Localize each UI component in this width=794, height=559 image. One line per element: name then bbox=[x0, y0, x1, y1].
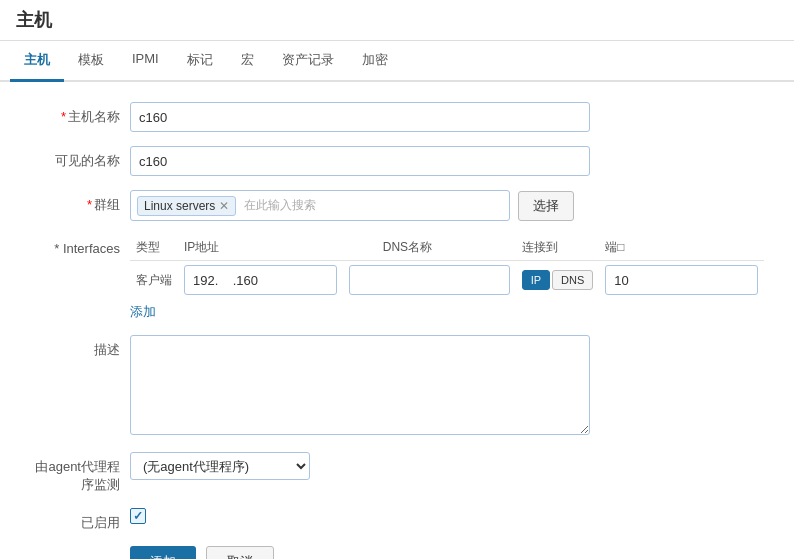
description-textarea[interactable] bbox=[130, 335, 590, 435]
main-content: *主机名称 可见的名称 *群组 Linux servers ✕ bbox=[0, 82, 794, 559]
enabled-field-wrap: ✓ bbox=[130, 508, 590, 524]
iface-connect-group: IP DNS bbox=[522, 270, 594, 290]
checkbox-check-icon: ✓ bbox=[133, 509, 143, 523]
agent-select[interactable]: (无agent代理程序) Zabbix agent Zabbix agent (… bbox=[130, 452, 310, 480]
cancel-button[interactable]: 取消 bbox=[206, 546, 274, 559]
group-search-hint: 在此输入搜索 bbox=[240, 195, 320, 216]
page-title: 主机 bbox=[0, 0, 794, 41]
iface-port-input[interactable] bbox=[605, 265, 758, 295]
enabled-checkbox-row: ✓ bbox=[130, 508, 590, 524]
iface-connect-cell: IP DNS bbox=[516, 261, 600, 300]
btn-dns[interactable]: DNS bbox=[552, 270, 593, 290]
description-row: 描述 bbox=[30, 335, 764, 438]
hostname-field-wrap bbox=[130, 102, 590, 132]
agent-label: 由agent代理程序监测 bbox=[30, 452, 130, 494]
hostname-input[interactable] bbox=[130, 102, 590, 132]
agent-row: 由agent代理程序监测 (无agent代理程序) Zabbix agent Z… bbox=[30, 452, 764, 494]
interfaces-table: 类型 IP地址 DNS名称 连接到 端□ 客户端 bbox=[130, 235, 764, 299]
tab-host[interactable]: 主机 bbox=[10, 41, 64, 82]
group-field-wrap: Linux servers ✕ 在此输入搜索 选择 bbox=[130, 190, 590, 221]
iface-ip-cell bbox=[178, 261, 343, 300]
group-tags-box[interactable]: Linux servers ✕ 在此输入搜索 bbox=[130, 190, 510, 221]
hostname-label: *主机名称 bbox=[30, 102, 130, 126]
tab-template[interactable]: 模板 bbox=[64, 41, 118, 82]
col-dns: DNS名称 bbox=[343, 235, 516, 261]
visible-name-row: 可见的名称 bbox=[30, 146, 764, 176]
visible-name-field-wrap bbox=[130, 146, 590, 176]
tag-close-icon[interactable]: ✕ bbox=[219, 200, 229, 212]
col-connect: 连接到 bbox=[516, 235, 600, 261]
tab-asset[interactable]: 资产记录 bbox=[268, 41, 348, 82]
group-row: *群组 Linux servers ✕ 在此输入搜索 选择 bbox=[30, 190, 764, 221]
enabled-label: 已启用 bbox=[30, 508, 130, 532]
btn-ip[interactable]: IP bbox=[522, 270, 550, 290]
visible-name-label: 可见的名称 bbox=[30, 146, 130, 170]
enabled-checkbox[interactable]: ✓ bbox=[130, 508, 146, 524]
action-row: 添加 取消 bbox=[130, 546, 764, 559]
description-label: 描述 bbox=[30, 335, 130, 359]
tab-bar: 主机 模板 IPMI 标记 宏 资产记录 加密 bbox=[0, 41, 794, 82]
group-label: *群组 bbox=[30, 190, 130, 214]
col-ip: IP地址 bbox=[178, 235, 343, 261]
tab-ipmi[interactable]: IPMI bbox=[118, 41, 173, 82]
tab-tags[interactable]: 标记 bbox=[173, 41, 227, 82]
group-input-row: Linux servers ✕ 在此输入搜索 选择 bbox=[130, 190, 590, 221]
interfaces-section: 类型 IP地址 DNS名称 连接到 端□ 客户端 bbox=[130, 235, 764, 321]
visible-name-input[interactable] bbox=[130, 146, 590, 176]
add-interface-link[interactable]: 添加 bbox=[130, 303, 156, 321]
interfaces-label: * Interfaces bbox=[30, 235, 130, 256]
iface-dns-input[interactable] bbox=[349, 265, 510, 295]
iface-dns-cell bbox=[343, 261, 516, 300]
group-tag-linux: Linux servers ✕ bbox=[137, 196, 236, 216]
interface-table-row: 客户端 IP DNS bbox=[130, 261, 764, 300]
iface-type-cell: 客户端 bbox=[130, 261, 178, 300]
hostname-row: *主机名称 bbox=[30, 102, 764, 132]
add-button[interactable]: 添加 bbox=[130, 546, 196, 559]
iface-ip-input[interactable] bbox=[184, 265, 337, 295]
tab-macro[interactable]: 宏 bbox=[227, 41, 268, 82]
tab-encryption[interactable]: 加密 bbox=[348, 41, 402, 82]
iface-port-cell bbox=[599, 261, 764, 300]
col-port: 端□ bbox=[599, 235, 764, 261]
interfaces-row: * Interfaces 类型 IP地址 DNS名称 连接到 端□ 客户 bbox=[30, 235, 764, 321]
group-select-button[interactable]: 选择 bbox=[518, 191, 574, 221]
hostname-required: * bbox=[61, 109, 66, 124]
description-field-wrap bbox=[130, 335, 590, 438]
enabled-row: 已启用 ✓ bbox=[30, 508, 764, 532]
col-type: 类型 bbox=[130, 235, 178, 261]
title-text: 主机 bbox=[16, 10, 52, 30]
agent-field-wrap: (无agent代理程序) Zabbix agent Zabbix agent (… bbox=[130, 452, 590, 480]
